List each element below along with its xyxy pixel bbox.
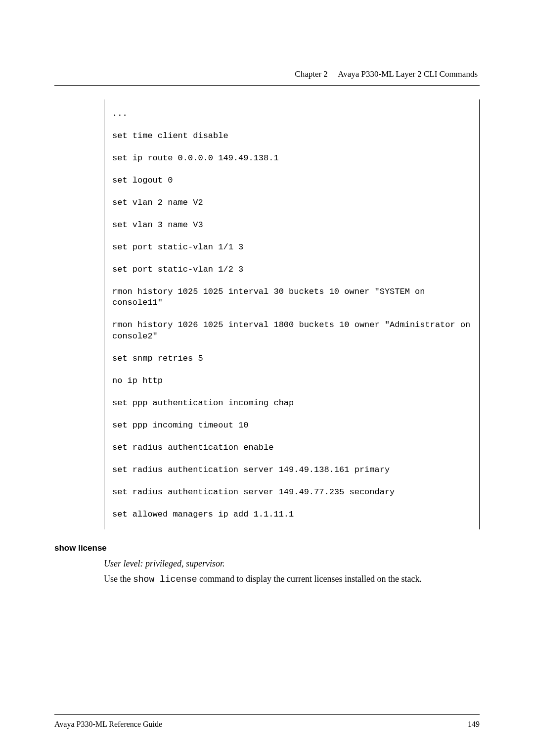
code-block: ... set time client disable set ip route… (104, 99, 480, 529)
code-line: set radius authentication enable (112, 442, 471, 454)
code-line: rmon history 1025 1025 interval 30 bucke… (112, 286, 471, 309)
section-body: User level: privileged, supervisor. Use … (104, 557, 480, 586)
code-line: set vlan 2 name V2 (112, 197, 471, 209)
footer-rule (54, 714, 480, 715)
code-line: set logout 0 (112, 175, 471, 187)
page-footer: Avaya P330-ML Reference Guide 149 (54, 714, 480, 729)
code-line: rmon history 1026 1025 interval 1800 buc… (112, 320, 471, 342)
code-line: set time client disable (112, 131, 471, 142)
code-line: no ip http (112, 376, 471, 387)
code-line: ... (112, 108, 471, 120)
header-rule (54, 85, 480, 86)
code-line: set radius authentication server 149.49.… (112, 487, 471, 498)
code-line: set vlan 3 name V3 (112, 220, 471, 231)
code-line: set ppp authentication incoming chap (112, 398, 471, 409)
code-line: set allowed managers ip add 1.1.11.1 (112, 509, 471, 520)
desc-command: show license (133, 574, 197, 584)
page-header: Chapter 2 Avaya P330-ML Layer 2 CLI Comm… (54, 69, 480, 79)
chapter-title: Avaya P330-ML Layer 2 CLI Commands (338, 69, 478, 79)
code-line: set port static-vlan 1/1 3 (112, 242, 471, 253)
desc-prefix: Use the (104, 574, 133, 584)
footer-left: Avaya P330-ML Reference Guide (54, 720, 162, 729)
chapter-label: Chapter 2 (295, 69, 328, 79)
section-description: Use the show license command to display … (104, 572, 480, 586)
code-line: set port static-vlan 1/2 3 (112, 264, 471, 276)
footer-page-number: 149 (468, 720, 480, 729)
code-line: set radius authentication server 149.49.… (112, 465, 471, 476)
user-level-note: User level: privileged, supervisor. (104, 557, 480, 570)
code-line: set snmp retries 5 (112, 353, 471, 365)
desc-suffix: command to display the current licenses … (197, 574, 422, 584)
section-heading: show license (54, 543, 480, 553)
code-line: set ip route 0.0.0.0 149.49.138.1 (112, 153, 471, 164)
code-line: set ppp incoming timeout 10 (112, 420, 471, 431)
